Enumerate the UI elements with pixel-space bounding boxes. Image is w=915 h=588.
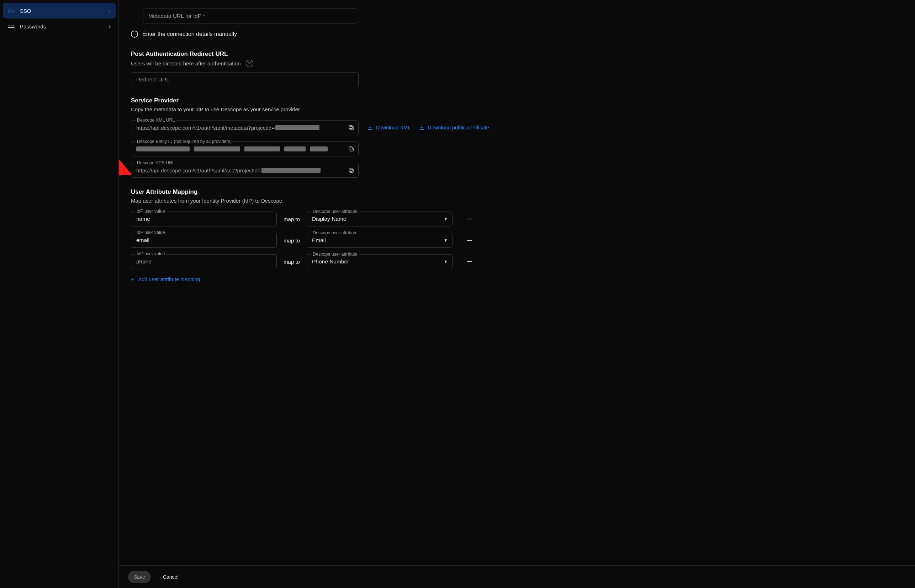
descope-attribute-select[interactable]: Descope user attribute Email ▼ <box>307 233 452 248</box>
sidebar-item-passwords[interactable]: Passwords › <box>3 18 116 34</box>
radio-unchecked-icon <box>131 31 138 38</box>
caret-down-icon: ▼ <box>444 259 448 264</box>
remove-mapping-button[interactable] <box>465 214 475 224</box>
service-provider-subtitle: Copy the metadata to your IdP to use Des… <box>131 106 300 112</box>
mapping-section-subtitle: Map user attributes from your Identity P… <box>131 198 283 204</box>
redacted-text <box>194 147 240 152</box>
svg-point-3 <box>13 25 14 26</box>
field-label: Descope ACS URL <box>136 160 176 165</box>
descope-acs-url-field: Descope ACS URL https://api.descope.com/… <box>131 163 359 178</box>
map-to-label: map to <box>282 259 301 265</box>
map-to-label: map to <box>282 237 301 244</box>
svg-rect-7 <box>349 147 352 150</box>
copy-icon[interactable] <box>344 121 358 135</box>
field-label: IdP user value <box>135 230 167 235</box>
redacted-text <box>310 147 328 152</box>
save-button[interactable]: Save <box>128 571 151 583</box>
field-label: IdP user value <box>135 251 167 256</box>
sidebar-item-label: Passwords <box>20 23 104 29</box>
select-value: Email <box>312 237 444 244</box>
plus-icon: + <box>131 276 135 283</box>
descope-xml-url-field: Descope XML URL https://api.descope.com/… <box>131 120 359 135</box>
redacted-text <box>245 147 280 152</box>
svg-point-0 <box>9 10 11 13</box>
idp-user-value-input[interactable] <box>131 212 277 226</box>
field-label: Descope XML URL <box>136 118 177 123</box>
field-label: Descope user attribute <box>311 230 359 235</box>
svg-point-1 <box>8 25 10 26</box>
service-provider-title: Service Provider <box>131 97 501 104</box>
idp-metadata-url-input[interactable] <box>143 8 358 23</box>
sidebar: SSO › Passwords › <box>0 0 119 588</box>
key-icon <box>8 7 15 14</box>
redacted-text <box>284 147 306 152</box>
cancel-button[interactable]: Cancel <box>157 571 184 583</box>
redacted-text <box>275 125 319 130</box>
redacted-text <box>261 168 321 173</box>
select-value: Display Name <box>312 216 444 222</box>
chevron-right-icon: › <box>109 8 111 14</box>
descope-xml-url-value[interactable]: https://api.descope.com/v1/auth/saml/met… <box>131 125 344 131</box>
svg-point-2 <box>11 25 12 26</box>
field-label: Descope user attribute <box>311 252 359 257</box>
svg-rect-4 <box>350 126 353 130</box>
download-xml-link[interactable]: Download XML <box>367 125 411 131</box>
redacted-text <box>136 147 189 152</box>
field-label: IdP user value <box>135 209 167 214</box>
mapping-row: IdP user value map to Descope user attri… <box>131 233 501 248</box>
main-scroll[interactable]: Enter the connection details manually Po… <box>119 0 915 565</box>
redirect-section-subtitle: Users will be directed here after authen… <box>131 60 241 66</box>
redirect-section-title: Post Authentication Redirect URL <box>131 50 501 58</box>
add-mapping-link[interactable]: + Add user attribute mapping <box>131 276 501 283</box>
sidebar-item-label: SSO <box>20 8 104 14</box>
download-public-cert-link[interactable]: Download public certificate <box>419 125 489 131</box>
idp-user-value-input[interactable] <box>131 254 277 269</box>
caret-down-icon: ▼ <box>444 238 448 243</box>
field-label: Descope user attribute <box>311 209 359 214</box>
manual-entry-radio[interactable]: Enter the connection details manually <box>131 31 501 38</box>
mapping-section-title: User Attribute Mapping <box>131 188 501 195</box>
field-label: Descope Entity ID (not required by all p… <box>136 139 233 144</box>
svg-rect-5 <box>349 126 352 129</box>
password-dots-icon <box>8 24 15 29</box>
descope-attribute-select[interactable]: Descope user attribute Display Name ▼ <box>307 212 452 226</box>
mapping-row: IdP user value map to Descope user attri… <box>131 254 501 269</box>
descope-acs-url-value[interactable]: https://api.descope.com/v1/auth/saml/acs… <box>131 168 344 173</box>
copy-icon[interactable] <box>344 163 358 178</box>
sidebar-item-sso[interactable]: SSO › <box>3 3 116 18</box>
manual-entry-label: Enter the connection details manually <box>142 31 237 37</box>
copy-icon[interactable] <box>344 142 358 156</box>
footer-bar: Save Cancel <box>119 565 915 588</box>
remove-mapping-button[interactable] <box>465 257 475 267</box>
main-area: Enter the connection details manually Po… <box>119 0 915 588</box>
svg-rect-6 <box>350 148 353 151</box>
descope-attribute-select[interactable]: Descope user attribute Phone Number ▼ <box>307 254 452 269</box>
svg-rect-8 <box>350 169 353 173</box>
map-to-label: map to <box>282 216 301 222</box>
descope-entity-id-value[interactable] <box>131 147 344 152</box>
svg-rect-9 <box>349 168 352 171</box>
select-value: Phone Number <box>312 258 444 265</box>
help-icon[interactable]: ? <box>246 60 253 67</box>
chevron-right-icon: › <box>109 23 111 29</box>
redirect-url-input[interactable] <box>131 72 359 87</box>
caret-down-icon: ▼ <box>444 216 448 221</box>
descope-entity-id-field: Descope Entity ID (not required by all p… <box>131 142 359 157</box>
remove-mapping-button[interactable] <box>465 235 475 245</box>
mapping-row: IdP user value map to Descope user attri… <box>131 212 501 226</box>
idp-user-value-input[interactable] <box>131 233 277 248</box>
